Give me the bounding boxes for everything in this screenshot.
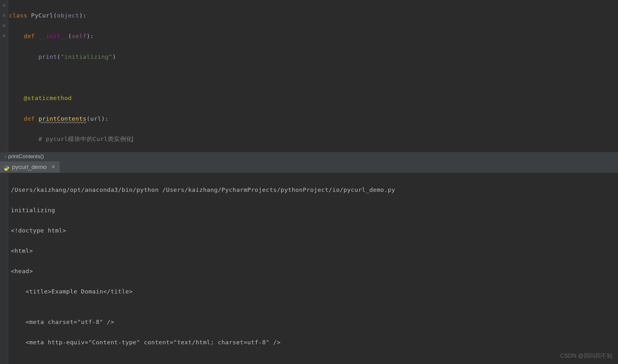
breadcrumb-item[interactable]: printContents() bbox=[8, 152, 44, 161]
keyword: class bbox=[9, 12, 27, 19]
fold-icon[interactable]: ⊟ bbox=[0, 10, 8, 20]
console-line: <html> bbox=[11, 246, 618, 256]
console-output[interactable]: /Users/kaizhang/opt/anaconda3/bin/python… bbox=[0, 173, 618, 358]
keyword: def bbox=[24, 33, 35, 39]
console-line: <!doctype html> bbox=[11, 226, 618, 236]
decorator: @staticmethod bbox=[24, 95, 72, 101]
builtin: object bbox=[57, 12, 79, 19]
string: "initializing" bbox=[61, 53, 112, 60]
code-content[interactable]: class PyCurl(object): def __init__(self)… bbox=[8, 0, 466, 152]
keyword: def bbox=[24, 115, 35, 122]
fold-icon[interactable]: ⊟ bbox=[0, 0, 8, 10]
run-tab[interactable]: pycurl_demo ✕ bbox=[0, 161, 60, 173]
code-editor[interactable]: ⊟ ⊟ ⊟ ⊟ class PyCurl(object): def __init… bbox=[0, 0, 618, 152]
close-icon[interactable]: ✕ bbox=[51, 163, 55, 172]
method-name: __init__ bbox=[38, 33, 68, 39]
run-tab-label: pycurl_demo bbox=[12, 162, 47, 172]
param: url bbox=[90, 115, 101, 122]
comment: # pycurl模块中的Curl类实例化 bbox=[38, 136, 132, 142]
method-name: printContents bbox=[38, 115, 86, 122]
builtin: print bbox=[38, 53, 57, 60]
python-icon bbox=[3, 164, 10, 170]
console-line: <meta http-equiv="Content-type" content=… bbox=[11, 337, 618, 347]
run-tab-bar: pycurl_demo ✕ bbox=[0, 161, 618, 173]
watermark: CSDN @四问四不知 bbox=[560, 351, 612, 361]
fold-icon[interactable]: ⊟ bbox=[0, 20, 8, 30]
fold-icon[interactable]: ⊟ bbox=[0, 30, 8, 41]
gutter[interactable]: ⊟ ⊟ ⊟ ⊟ bbox=[0, 0, 8, 152]
console-line: initializing bbox=[11, 205, 618, 215]
chevron-right-icon: › bbox=[4, 152, 6, 161]
class-name: PyCurl bbox=[31, 12, 53, 19]
caret bbox=[132, 136, 133, 142]
breadcrumb[interactable]: › printContents() bbox=[0, 152, 618, 161]
self-param: self bbox=[72, 33, 87, 39]
console-line: <meta charset="utf-8" /> bbox=[11, 317, 618, 327]
console-line: <head> bbox=[11, 266, 618, 276]
console-line: <title>Example Domain</title> bbox=[11, 286, 618, 297]
console-line: /Users/kaizhang/opt/anaconda3/bin/python… bbox=[11, 185, 618, 195]
console-gutter bbox=[0, 173, 8, 364]
